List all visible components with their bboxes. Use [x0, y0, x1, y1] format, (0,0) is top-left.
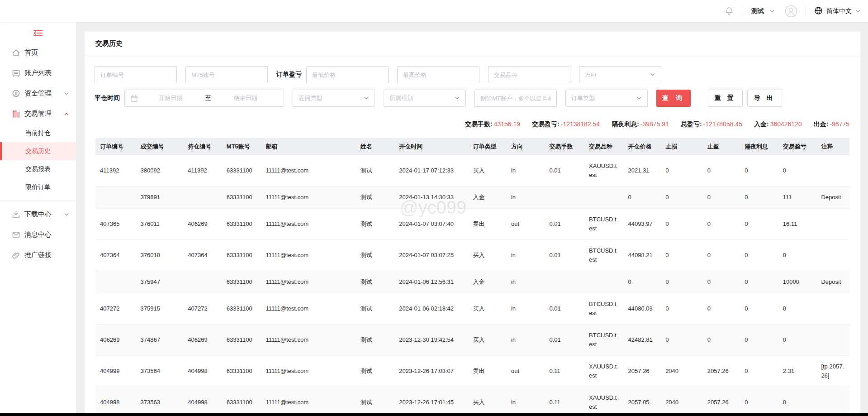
table-cell: BTCUSD.test — [584, 240, 624, 271]
content-card: 交易历史 订单盈亏方向平仓时间开始日期至结束日期返佣类型所属组别订单类型查 询重… — [85, 32, 860, 416]
min-price-input[interactable] — [306, 66, 389, 83]
sidebar-divider — [0, 200, 76, 201]
sidebar-item-message-center[interactable]: 消息中心 — [0, 225, 76, 245]
summary-item: 交易盈亏:-12138182.54 — [532, 120, 600, 129]
sidebar-subitem-limit-orders[interactable]: 限价订单 — [0, 178, 76, 196]
chevron-down-icon — [64, 91, 69, 96]
table-cell: 63331100 — [222, 387, 261, 416]
table-cell: 0 — [703, 293, 740, 325]
table-wrapper: 订单编号成交编号持仓编号MT5账号邮箱姓名开仓时间订单类型方向交易手数交易品种开… — [85, 138, 860, 416]
table-row: 4049983735634049986333110011111@test.com… — [95, 387, 849, 416]
globe-icon — [814, 6, 823, 16]
home-icon — [12, 48, 20, 57]
sidebar-item-label: 交易管理 — [24, 110, 52, 118]
table-cell: XAUUSD.test — [584, 155, 624, 186]
table-cell: 测试 — [356, 387, 395, 416]
table-cell: 44098.21 — [624, 240, 661, 271]
table-cell: 0 — [703, 325, 740, 356]
symbol-input[interactable] — [488, 66, 570, 83]
table-cell: 375947 — [136, 271, 184, 293]
avatar[interactable] — [785, 5, 797, 18]
table-cell: 111 — [778, 186, 817, 209]
table-cell: 买入 — [468, 387, 507, 416]
summary-value: 43156.19 — [494, 120, 520, 128]
table-cell: 0 — [740, 240, 778, 271]
max-price-input[interactable] — [397, 66, 479, 83]
sidebar-item-home[interactable]: 首页 — [0, 43, 76, 63]
sidebar-item-trade[interactable]: 交易管理 — [0, 104, 76, 124]
group-select[interactable]: 所属组别 — [384, 90, 466, 107]
sidebar-item-download-center[interactable]: 下载中心 — [0, 204, 76, 225]
table-cell: 0 — [703, 209, 740, 240]
sidebar-item-promo-link[interactable]: 推广链接 — [0, 245, 76, 265]
reset-button[interactable]: 重 置 — [708, 90, 743, 107]
sidebar-menu: 首页账户列表资金管理交易管理当前持仓交易历史交易报表限价订单下载中心消息中心推广… — [0, 43, 76, 265]
sidebar-subitem-trade-reports[interactable]: 交易报表 — [0, 160, 76, 178]
account-list-icon — [12, 69, 20, 77]
sidebar-subitem-current-positions[interactable]: 当前持仓 — [0, 124, 76, 142]
exclude-mt-accounts-input[interactable] — [474, 90, 557, 107]
table-cell: out — [507, 356, 545, 387]
table-cell: 0.01 — [545, 209, 584, 240]
table-cell: 0 — [778, 240, 817, 271]
sidebar-item-funds[interactable]: 资金管理 — [0, 83, 76, 104]
sidebar-subitem-trade-history[interactable]: 交易历史 — [0, 142, 76, 160]
notification-bell-icon[interactable] — [724, 6, 735, 17]
summary-label: 隔夜利息: — [612, 120, 639, 128]
select-placeholder: 所属组别 — [389, 94, 413, 102]
table-cell: 404999 — [95, 356, 136, 387]
table-cell: 0 — [740, 356, 778, 387]
table-cell: 0 — [740, 271, 778, 293]
table-cell: 11111@test.com — [261, 325, 356, 356]
table-cell: 375915 — [136, 293, 184, 325]
column-header: 订单类型 — [468, 138, 507, 155]
table-cell: 44093.97 — [624, 209, 661, 240]
close-time-daterange[interactable]: 开始日期至结束日期 — [124, 90, 284, 107]
summary-label: 总盈亏: — [681, 120, 702, 128]
select-placeholder: 方向 — [585, 71, 597, 79]
table-cell: 2040 — [661, 356, 703, 387]
table-cell: 2057.26 — [703, 387, 740, 416]
direction-select[interactable]: 方向 — [579, 66, 661, 83]
user-menu[interactable]: 测试 — [751, 7, 775, 15]
table-cell: XAUUSD.test — [584, 356, 624, 387]
rebate-type-select[interactable]: 返佣类型 — [293, 90, 375, 107]
table-cell: 373564 — [136, 356, 184, 387]
order-id-input[interactable] — [95, 66, 177, 83]
collapse-sidebar-icon[interactable] — [33, 29, 43, 37]
table-cell — [816, 240, 849, 271]
filter-panel: 订单盈亏方向平仓时间开始日期至结束日期返佣类型所属组别订单类型查 询重 置导 出 — [85, 55, 860, 107]
order-type-select[interactable]: 订单类型 — [565, 90, 648, 107]
table-cell: 11111@test.com — [261, 271, 356, 293]
search-button[interactable]: 查 询 — [656, 90, 691, 107]
summary-value: -39875.91 — [640, 120, 669, 128]
table-cell: 407364 — [95, 240, 136, 271]
table-cell: 406269 — [183, 325, 222, 356]
language-selector[interactable]: 简体中文 — [814, 6, 861, 16]
column-header: MT5账号 — [222, 138, 261, 155]
chevron-down-icon — [769, 9, 775, 14]
table-cell: 404998 — [183, 387, 222, 416]
sidebar: 首页账户列表资金管理交易管理当前持仓交易历史交易报表限价订单下载中心消息中心推广… — [0, 22, 76, 416]
sidebar-item-label: 资金管理 — [24, 89, 52, 98]
table-cell: 卖出 — [468, 356, 507, 387]
table-cell: 44080.03 — [624, 293, 661, 325]
table-cell: 0 — [740, 325, 778, 356]
chevron-down-icon — [650, 72, 655, 77]
table-cell: 0 — [778, 325, 817, 356]
mt5-account-input[interactable] — [185, 66, 268, 83]
filter-row-2: 平仓时间开始日期至结束日期返佣类型所属组别订单类型查 询重 置导 出 — [95, 90, 849, 107]
order-pnl-label: 订单盈亏 — [276, 71, 302, 79]
table-row: 3796916333110011111@test.com测试2024-01-13… — [95, 186, 849, 209]
topbar-divider — [743, 6, 743, 16]
table-cell: 0 — [624, 186, 661, 209]
select-placeholder: 返佣类型 — [299, 94, 322, 102]
table-cell — [545, 186, 584, 209]
column-header: 止损 — [661, 138, 703, 155]
table-cell: 376010 — [136, 240, 184, 271]
table-cell — [95, 186, 136, 209]
table-cell: 2024-01-07 03:07:25 — [394, 240, 468, 271]
table-cell: 0 — [703, 240, 740, 271]
sidebar-item-account-list[interactable]: 账户列表 — [0, 63, 76, 83]
export-button[interactable]: 导 出 — [747, 90, 782, 107]
